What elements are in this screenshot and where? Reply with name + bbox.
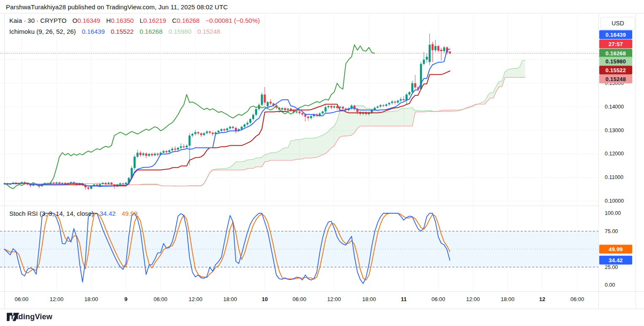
time-label: 12:00 [466, 296, 480, 302]
tradingview-logo-icon [7, 312, 19, 321]
axis-tick-label: 0.11000 [605, 174, 623, 180]
axis-tick-label: 0.00 [605, 282, 615, 288]
time-label: 12:00 [189, 296, 203, 302]
axis-tick-label: 0.13000 [605, 128, 624, 133]
axis-tick-label: 25.00 [605, 264, 618, 270]
low-label: L [140, 17, 143, 24]
stoch-k-value: 34.42 [100, 210, 116, 217]
time-label: 18:00 [84, 296, 98, 302]
axis-tick-label: 0.12000 [605, 151, 624, 157]
axis-tick-label: 0.10000 [605, 198, 624, 204]
ichimoku-title: Ichimoku (9, 26, 52, 26) [9, 28, 76, 35]
open-value: 0.16349 [77, 17, 100, 24]
high-label: H [106, 17, 111, 24]
time-label: 06:00 [15, 296, 29, 302]
axis-value-badge: 0.16268 [599, 49, 632, 58]
change-value: −0.00081 (−0.50%) [206, 17, 260, 24]
bottom-divider [0, 309, 644, 309]
symbol-legend: Kaia · 30 · CRYPTO O0.16349 H0.16350 L0.… [9, 17, 260, 24]
time-label: 12:00 [50, 296, 64, 302]
axis-value-badge: 49.99 [599, 245, 632, 254]
lagging-span-value: 0.16268 [140, 28, 163, 35]
low-value: 0.16219 [143, 17, 166, 24]
high-value: 0.16350 [111, 17, 133, 24]
time-label: 18:00 [223, 296, 237, 302]
close-value: 0.16268 [177, 17, 199, 24]
time-label: 18:00 [362, 296, 376, 302]
stoch-rsi-pane[interactable] [0, 206, 598, 291]
tradingview-link[interactable]: TradingView [7, 312, 52, 321]
ichimoku-legend: Ichimoku (9, 26, 52, 26) 0.16439 0.15522… [9, 28, 225, 35]
stoch-d-value: 49.99 [122, 210, 138, 217]
axis-value-badge: 0.15980 [599, 57, 632, 66]
axis-tick-label: 75.00 [605, 228, 618, 234]
axis-value-badge: 27:57 [599, 40, 632, 49]
time-label: 06:00 [571, 296, 584, 302]
base-line-value: 0.15522 [111, 28, 133, 35]
close-label: C [172, 17, 177, 24]
open-label: O [73, 17, 78, 24]
stoch-rsi-legend: Stoch RSI (3, 3, 14, 14, close) 34.42 49… [9, 210, 138, 217]
symbol-title: Kaia · 30 · CRYPTO [9, 17, 66, 24]
time-label: 06:00 [432, 296, 446, 302]
time-label: 06:00 [293, 296, 307, 302]
tradingview-snapshot: ParshwaTurakhiya28 published on TradingV… [0, 0, 644, 326]
time-label: 12:00 [327, 296, 341, 302]
time-label-day: 11 [401, 296, 407, 302]
price-scale[interactable]: USD 0.150000.140000.130000.120000.110000… [598, 14, 644, 309]
time-label: 18:00 [501, 296, 515, 302]
axis-value-badge: 34.42 [599, 256, 632, 265]
axis-value-badge: 0.16439 [599, 30, 632, 39]
publish-header: ParshwaTurakhiya28 published on TradingV… [6, 3, 228, 11]
axis-tick-label: 100.00 [605, 210, 621, 216]
currency-toggle-button[interactable]: USD [601, 17, 635, 30]
axis-value-badge: 0.15522 [599, 66, 632, 75]
time-scale[interactable]: 06:0012:0018:00906:0012:0018:001006:0012… [0, 291, 598, 309]
time-label-day: 10 [262, 296, 268, 302]
conversion-line-value: 0.16439 [82, 28, 105, 35]
stoch-rsi-title: Stoch RSI (3, 3, 14, 14, close) [9, 210, 94, 217]
time-label: 06:00 [154, 296, 168, 302]
time-label-day: 12 [539, 296, 545, 302]
axis-value-badge: 0.15248 [599, 75, 632, 84]
time-label-day: 9 [124, 296, 127, 302]
lead2-value: 0.15248 [197, 28, 220, 35]
axis-tick-label: 0.14000 [605, 104, 624, 110]
price-pane-chart[interactable] [0, 14, 598, 206]
lead1-value: 0.15980 [168, 28, 191, 35]
